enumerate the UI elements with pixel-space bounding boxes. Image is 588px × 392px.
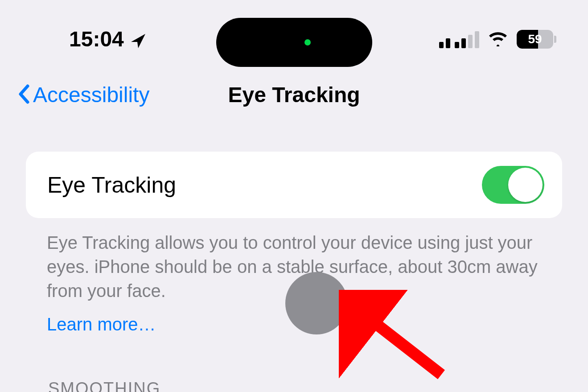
clock: 15:04 bbox=[69, 27, 124, 51]
battery-percent: 59 bbox=[517, 30, 553, 49]
navigation-header: Accessibility Eye Tracking bbox=[0, 60, 588, 116]
status-left: 15:04 bbox=[69, 27, 147, 51]
eye-tracking-toggle[interactable] bbox=[482, 166, 544, 204]
back-button[interactable]: Accessibility bbox=[18, 83, 149, 107]
cellular-signal-icon bbox=[439, 30, 479, 48]
eye-tracking-cell: Eye Tracking bbox=[26, 152, 562, 218]
camera-privacy-dot-icon bbox=[304, 39, 311, 45]
status-right: 59 bbox=[439, 30, 557, 49]
smoothing-section-header: SMOOTHING bbox=[48, 379, 588, 392]
back-label: Accessibility bbox=[33, 83, 149, 107]
location-services-icon bbox=[129, 30, 147, 48]
status-bar: 15:04 bbox=[0, 0, 588, 60]
wifi-icon bbox=[487, 30, 509, 48]
chevron-left-icon bbox=[18, 84, 29, 106]
page-title: Eye Tracking bbox=[228, 83, 360, 107]
eye-tracking-label: Eye Tracking bbox=[47, 172, 176, 198]
toggle-knob bbox=[508, 168, 543, 202]
dynamic-island bbox=[216, 18, 372, 67]
annotation-arrow-icon bbox=[339, 290, 455, 390]
settings-group: Eye Tracking bbox=[26, 152, 562, 218]
gaze-cursor-icon bbox=[285, 272, 348, 334]
battery-icon: 59 bbox=[517, 30, 557, 49]
